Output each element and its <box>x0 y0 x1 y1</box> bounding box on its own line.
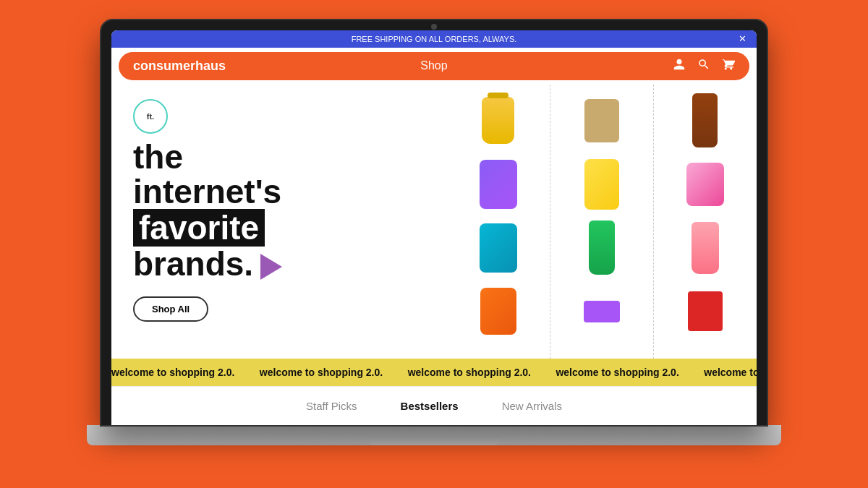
product-hi-pink[interactable] <box>686 163 724 206</box>
list-item <box>576 283 627 341</box>
hero-section: ft. the internet's favorite brands. Shop… <box>111 85 447 359</box>
cart-icon[interactable] <box>722 58 735 74</box>
hero-line3-highlight: favorite <box>133 209 265 247</box>
nav-shop-link[interactable]: Shop <box>333 59 534 72</box>
list-item <box>680 219 731 277</box>
product-yellow-jar[interactable] <box>482 97 514 144</box>
products-section <box>447 85 757 359</box>
list-item <box>473 283 524 341</box>
product-yellow-snack[interactable] <box>584 159 619 210</box>
close-icon[interactable]: ✕ <box>739 33 746 44</box>
tab-staff-picks[interactable]: Staff Picks <box>306 400 357 412</box>
product-column-1 <box>447 85 550 359</box>
bottom-tabs: Staff Picks Bestsellers New Arrivals <box>111 386 757 425</box>
list-item <box>473 219 524 277</box>
laptop-wrapper: FREE SHIPPING ON ALL ORDERS, ALWAYS. ✕ c… <box>87 20 781 468</box>
list-item <box>576 219 627 277</box>
search-icon[interactable] <box>697 58 710 74</box>
hero-line2: internet's <box>133 173 281 210</box>
list-item <box>576 92 627 150</box>
laptop-base <box>87 425 781 445</box>
product-green-sauce[interactable] <box>589 221 615 275</box>
product-pulp-chips[interactable] <box>480 288 516 335</box>
site-header: consumerhaus Shop <box>119 52 749 80</box>
product-kiran-pink[interactable] <box>692 222 719 274</box>
banner-text-item: welcome to shopping 2.0. <box>260 367 383 378</box>
product-granola-bag[interactable] <box>480 160 517 209</box>
list-item <box>576 155 627 213</box>
product-purple-small[interactable] <box>584 301 620 322</box>
shop-all-button[interactable]: Shop All <box>133 296 208 322</box>
announcement-bar: FREE SHIPPING ON ALL ORDERS, ALWAYS. ✕ <box>111 30 757 48</box>
scrolling-inner: welcome to shopping 2.0. welcome to shop… <box>111 366 757 379</box>
tab-new-arrivals[interactable]: New Arrivals <box>502 400 562 412</box>
banner-text-item: welcome to shopping 2.0. <box>111 367 234 378</box>
list-item <box>680 92 731 150</box>
product-acv-bottle[interactable] <box>692 93 718 147</box>
product-red-box[interactable] <box>688 291 723 331</box>
laptop-screen-bezel: FREE SHIPPING ON ALL ORDERS, ALWAYS. ✕ c… <box>101 20 767 425</box>
site-logo[interactable]: consumerhaus <box>133 59 333 74</box>
nav-icons <box>535 58 735 74</box>
list-item <box>473 92 524 150</box>
featured-badge: ft. <box>133 99 168 134</box>
hero-line1: the <box>133 138 183 176</box>
product-column-2 <box>550 85 654 359</box>
scrolling-banner: welcome to shopping 2.0. welcome to shop… <box>111 359 757 386</box>
banner-text-item: welcome to shopping 2.0. <box>704 367 757 378</box>
announcement-text: FREE SHIPPING ON ALL ORDERS, ALWAYS. <box>352 35 517 43</box>
account-icon[interactable] <box>673 58 686 74</box>
laptop-notch <box>369 435 499 445</box>
tab-bestsellers[interactable]: Bestsellers <box>401 400 459 412</box>
list-item <box>680 283 731 341</box>
main-area: ft. the internet's favorite brands. Shop… <box>111 85 757 359</box>
camera-dot <box>431 24 437 30</box>
banner-text-item: welcome to shopping 2.0. <box>408 367 531 378</box>
product-blue-bag[interactable] <box>480 223 517 273</box>
list-item <box>473 155 524 213</box>
list-item <box>680 155 731 213</box>
hero-headline: the internet's favorite brands. <box>133 140 425 282</box>
product-column-3 <box>654 85 757 359</box>
arrow-icon <box>260 254 282 280</box>
screen-content: FREE SHIPPING ON ALL ORDERS, ALWAYS. ✕ c… <box>111 30 757 425</box>
hero-line4: brands. <box>133 245 282 283</box>
banner-text-item: welcome to shopping 2.0. <box>556 367 678 378</box>
product-granola-butter[interactable] <box>584 99 619 142</box>
